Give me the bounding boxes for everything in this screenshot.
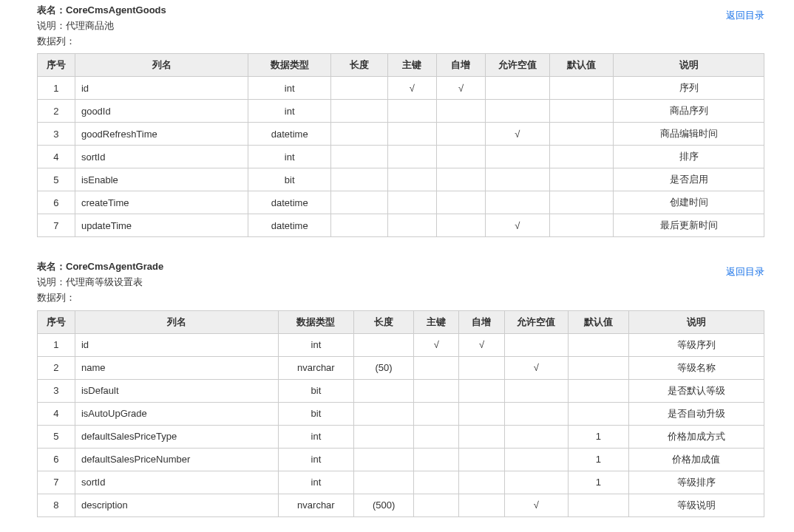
col-header: 序号 [38,54,75,77]
description-prefix: 说明： [37,20,66,31]
cell-col: goodId [75,100,248,123]
cell-remark: 是否自动升级 [628,402,764,425]
table-section: 表名：CoreCmsAgentGoods说明：代理商品池数据列：返回目录序号列名… [37,3,764,237]
cell-type: bit [248,168,331,191]
cell-null [486,100,550,123]
cell-remark: 最后更新时间 [614,214,764,237]
back-to-toc-link[interactable]: 返回目录 [726,265,764,279]
cell-pk [414,356,459,379]
table-name-line: 表名：CoreCmsAgentGrade [37,259,764,275]
cell-no: 3 [38,379,75,402]
cell-null [486,146,550,168]
table-row: 2goodIdint商品序列 [38,100,764,123]
col-header: 长度 [331,54,387,77]
cell-pk: √ [387,77,436,100]
cell-col: description [75,494,278,516]
table-row: 3isDefaultbit是否默认等级 [38,379,764,402]
cell-pk [414,402,459,425]
cell-len: (500) [353,494,413,516]
cell-ai [459,471,504,494]
cell-def [549,168,614,191]
cell-col: name [75,356,278,379]
back-to-toc-link[interactable]: 返回目录 [726,9,764,22]
table-row: 5isEnablebit是否启用 [38,168,764,191]
cell-len [353,379,413,402]
cell-pk [414,425,459,448]
cell-null [504,402,569,425]
cell-remark: 序列 [614,77,764,100]
cell-type: datetime [248,191,331,214]
cell-type: nvarchar [278,494,353,516]
col-header: 主键 [414,310,459,333]
cell-null: √ [504,356,569,379]
cell-no: 2 [38,356,75,379]
cell-def: 1 [569,425,628,448]
cell-type: datetime [248,214,331,237]
cell-null: √ [486,214,550,237]
cell-ai [459,425,504,448]
cell-type: int [278,448,353,471]
cell-len [353,402,413,425]
cell-ai [436,100,485,123]
cell-remark: 是否默认等级 [628,379,764,402]
table-row: 5defaultSalesPriceTypeint1价格加成方式 [38,425,764,448]
cell-null [504,425,569,448]
table-description-line: 说明：代理商等级设置表 [37,275,764,290]
cell-remark: 排序 [614,146,764,168]
cell-null [486,191,550,214]
cell-type: datetime [248,123,331,146]
col-header: 主键 [387,54,436,77]
header-row: 序号列名数据类型长度主键自增允许空值默认值说明 [38,54,764,77]
cell-null [504,379,569,402]
cell-pk [414,471,459,494]
cell-def [549,123,614,146]
cell-pk [387,168,436,191]
cell-col: createTime [75,191,248,214]
cell-def [549,77,614,100]
table-name-prefix: 表名： [37,4,66,16]
cell-pk: √ [414,333,459,356]
cell-len [331,77,387,100]
cell-ai [459,356,504,379]
cell-def [549,191,614,214]
cell-type: int [278,425,353,448]
table-name-line: 表名：CoreCmsAgentGoods [37,3,764,18]
cell-type: int [248,77,331,100]
cell-def [569,402,628,425]
cell-ai: √ [459,333,504,356]
cell-no: 7 [38,214,75,237]
cell-no: 6 [38,191,75,214]
cell-no: 1 [38,77,75,100]
col-header: 列名 [75,310,278,333]
cell-null [486,77,550,100]
cell-pk [414,494,459,516]
cell-ai [459,402,504,425]
cell-no: 2 [38,100,75,123]
section-header: 表名：CoreCmsAgentGrade说明：代理商等级设置表数据列：返回目录 [37,259,764,305]
cell-col: isEnable [75,168,248,191]
cell-no: 4 [38,146,75,168]
col-header: 默认值 [569,310,628,333]
cell-no: 3 [38,123,75,146]
table-row: 6defaultSalesPriceNumberint1价格加成值 [38,448,764,471]
cell-no: 1 [38,333,75,356]
cell-pk [387,146,436,168]
cell-col: sortId [75,146,248,168]
cell-remark: 创建时间 [614,191,764,214]
table-section: 表名：CoreCmsAgentGrade说明：代理商等级设置表数据列：返回目录序… [37,259,764,516]
cell-len [331,168,387,191]
cell-null [504,448,569,471]
cell-no: 6 [38,448,75,471]
cell-col: isAutoUpGrade [75,402,278,425]
col-header: 说明 [614,54,764,77]
cell-remark: 价格加成方式 [628,425,764,448]
cell-def: 1 [569,471,628,494]
cell-def: 1 [569,448,628,471]
cell-len [331,191,387,214]
cell-remark: 价格加成值 [628,448,764,471]
cell-remark: 等级名称 [628,356,764,379]
table-row: 4sortIdint排序 [38,146,764,168]
cell-len [331,146,387,168]
table-row: 7updateTimedatetime√最后更新时间 [38,214,764,237]
table-name-value: CoreCmsAgentGrade [66,261,163,272]
